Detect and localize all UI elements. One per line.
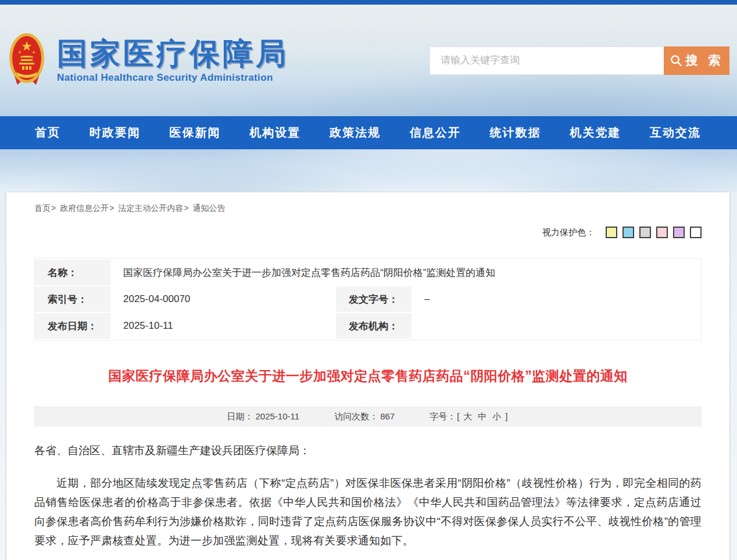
meta-date: 日期：2025-10-11 [227, 411, 300, 422]
fontsize-bracket-open: [ [457, 411, 459, 421]
article-title: 国家医疗保障局办公室关于进一步加强对定点零售药店药品“阴阳价格”监测处置的通知 [34, 367, 702, 385]
fontsize-small-button[interactable]: 小 [492, 411, 501, 421]
table-row-date: 发布日期： 2025-10-11 发布机构： [35, 313, 701, 339]
national-emblem-icon [7, 31, 46, 89]
article-meta-bar: 日期：2025-10-11 访问次数：867 字号：[大中小] [34, 407, 702, 426]
site-header: 国家医疗保障局 National Healthcare Security Adm… [0, 5, 737, 116]
name-value: 国家医疗保障局办公室关于进一步加强对定点零售药店药品“阴阳价格”监测处置的通知 [110, 260, 701, 285]
meta-visits: 访问次数：867 [334, 411, 395, 422]
meta-date-value: 2025-10-11 [256, 411, 300, 421]
eye-protection-label: 视力保护色： [542, 227, 595, 238]
top-accent-bar [0, 0, 737, 5]
nav-item-party-building[interactable]: 机关党建 [570, 125, 621, 141]
hero-mountain-banner [0, 149, 737, 192]
content-card: 首页>政府信息公开>法定主动公开内容>通知公告 视力保护色： 名称： 国家医疗保… [6, 192, 730, 560]
breadcrumb-statutory-disclosure[interactable]: 法定主动公开内容 [118, 203, 183, 213]
meta-visits-value: 867 [380, 411, 395, 421]
article-salutation: 各省、自治区、直辖市及新疆生产建设兵团医疗保障局： [34, 442, 702, 460]
search-button-label: 搜 索 [686, 52, 724, 69]
site-subtitle-en: National Healthcare Security Administrat… [57, 72, 289, 84]
document-info-table: 名称： 国家医疗保障局办公室关于进一步加强对定点零售药店药品“阴阳价格”监测处置… [34, 258, 702, 340]
color-swatch-purple[interactable] [673, 227, 685, 238]
publish-date-value: 2025-10-11 [110, 313, 336, 339]
nav-item-interaction[interactable]: 互动交流 [650, 125, 701, 141]
search-button[interactable]: 搜 索 [664, 46, 729, 75]
site-title: 国家医疗保障局 [57, 37, 289, 70]
nav-item-organization[interactable]: 机构设置 [249, 125, 300, 141]
nav-item-medical-insurance-news[interactable]: 医保新闻 [170, 125, 221, 141]
color-swatch-yellow[interactable] [606, 227, 617, 238]
name-label: 名称： [35, 260, 110, 285]
breadcrumb: 首页>政府信息公开>法定主动公开内容>通知公告 [34, 192, 702, 214]
meta-date-label: 日期： [227, 411, 253, 421]
site-logo-link[interactable]: 国家医疗保障局 National Healthcare Security Adm… [7, 31, 289, 89]
doc-number-label: 发文字号： [336, 286, 412, 312]
search-icon [670, 54, 682, 67]
search-input[interactable] [430, 46, 664, 75]
main-nav: 首页 时政要闻 医保新闻 机构设置 政策法规 信息公开 统计数据 机关党建 互动… [0, 116, 737, 149]
meta-fontsize-label: 字号： [430, 411, 456, 421]
color-swatch-white[interactable] [690, 227, 702, 238]
eye-protection-row: 视力保护色： [34, 227, 702, 238]
color-swatch-pink[interactable] [656, 227, 668, 238]
article-paragraph-1: 近期，部分地区陆续发现定点零售药店（下称“定点药店”）对医保非医保患者采用“阴阳… [34, 473, 702, 550]
color-swatch-gray[interactable] [639, 227, 651, 238]
doc-number-value: – [412, 286, 701, 312]
nav-item-home[interactable]: 首页 [35, 125, 60, 141]
publish-date-label: 发布日期： [35, 313, 110, 339]
brand-text: 国家医疗保障局 National Healthcare Security Adm… [57, 37, 289, 84]
breadcrumb-notices[interactable]: 通知公告 [193, 203, 226, 213]
nav-item-information-disclosure[interactable]: 信息公开 [410, 125, 461, 141]
nav-item-statistics[interactable]: 统计数据 [490, 125, 541, 141]
breadcrumb-separator: > [184, 203, 188, 213]
nav-item-politics-news[interactable]: 时政要闻 [90, 125, 141, 141]
nav-item-policies[interactable]: 政策法规 [330, 125, 381, 141]
meta-fontsize: 字号：[大中小] [430, 411, 509, 422]
index-number-label: 索引号： [35, 286, 110, 312]
breadcrumb-home[interactable]: 首页 [34, 203, 51, 213]
index-number-value: 2025-04-00070 [110, 286, 336, 312]
breadcrumb-separator: > [109, 203, 114, 213]
breadcrumb-gov-info[interactable]: 政府信息公开 [60, 203, 109, 213]
breadcrumb-separator: > [51, 203, 56, 213]
table-row-index: 索引号： 2025-04-00070 发文字号： – [35, 286, 701, 312]
fontsize-medium-button[interactable]: 中 [478, 411, 486, 421]
search-bar: 搜 索 [430, 46, 729, 75]
fontsize-bracket-close: ] [505, 411, 507, 421]
color-swatch-blue[interactable] [622, 227, 634, 238]
publish-org-value [412, 313, 701, 339]
article-body: 各省、自治区、直辖市及新疆生产建设兵团医疗保障局： 近期，部分地区陆续发现定点零… [34, 442, 702, 550]
fontsize-large-button[interactable]: 大 [463, 411, 472, 421]
table-row-name: 名称： 国家医疗保障局办公室关于进一步加强对定点零售药店药品“阴阳价格”监测处置… [35, 260, 701, 285]
publish-org-label: 发布机构： [336, 313, 412, 339]
meta-visits-label: 访问次数： [334, 411, 378, 421]
